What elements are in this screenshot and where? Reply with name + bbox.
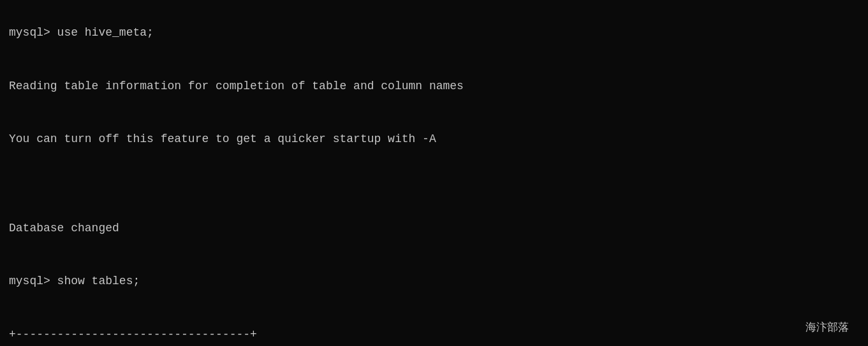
terminal-output: mysql> use hive_meta; Reading table info… xyxy=(9,6,859,346)
line-2: Reading table information for completion… xyxy=(9,80,464,92)
line-5: Database changed xyxy=(9,222,119,234)
line-1: mysql> use hive_meta; xyxy=(9,26,154,39)
line-6: mysql> show tables; xyxy=(9,275,140,287)
line-7: +----------------------------------+ xyxy=(9,328,257,341)
line-3: You can turn off this feature to get a q… xyxy=(9,133,436,145)
watermark: 海汴部落 xyxy=(805,320,849,335)
